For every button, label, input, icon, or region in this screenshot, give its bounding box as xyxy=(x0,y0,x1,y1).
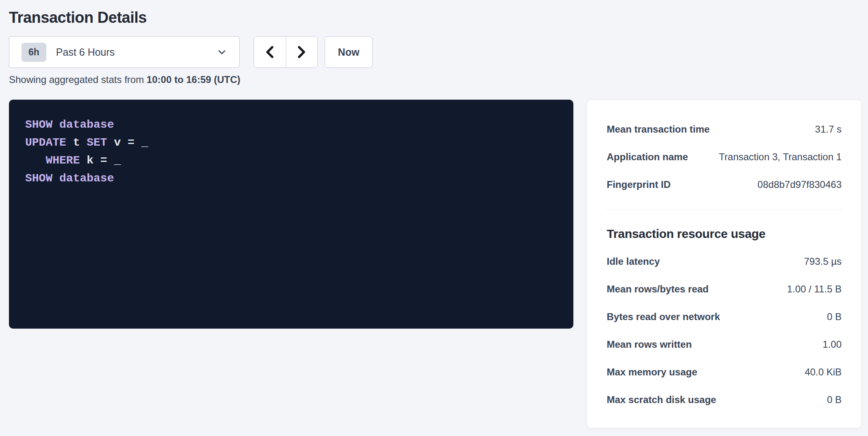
detail-value: 0 B xyxy=(827,311,842,323)
page-title: Transaction Details xyxy=(9,9,147,26)
detail-value: Transaction 3, Transaction 1 xyxy=(719,151,842,163)
now-button[interactable]: Now xyxy=(325,36,373,68)
prev-time-button[interactable] xyxy=(254,37,286,68)
detail-row: Max memory usage 40.0 KiB xyxy=(607,358,842,386)
detail-value: 31.7 s xyxy=(815,124,842,135)
card-divider xyxy=(607,209,842,209)
detail-value: 1.00 xyxy=(822,339,842,350)
details-card: Mean transaction time 31.7 s Application… xyxy=(587,100,861,428)
detail-label: Mean transaction time xyxy=(607,124,710,135)
detail-row: Mean rows written 1.00 xyxy=(607,331,842,358)
chevron-right-icon xyxy=(294,44,309,60)
detail-label: Max memory usage xyxy=(607,366,697,378)
detail-row: Bytes read over network 0 B xyxy=(607,303,842,331)
next-time-button[interactable] xyxy=(286,37,318,68)
summary-rows: Mean transaction time 31.7 s Application… xyxy=(607,116,842,198)
detail-label: Application name xyxy=(607,151,688,163)
time-range-badge: 6h xyxy=(22,43,46,62)
detail-row: Max scratch disk usage 0 B xyxy=(607,386,842,414)
detail-row: Application name Transaction 3, Transact… xyxy=(607,143,842,171)
chevron-left-icon xyxy=(263,44,277,60)
detail-label: Mean rows/bytes read xyxy=(607,283,709,295)
resource-usage-heading: Transaction resource usage xyxy=(607,226,842,242)
detail-label: Bytes read over network xyxy=(607,311,720,323)
detail-label: Max scratch disk usage xyxy=(607,394,716,405)
transaction-details-page: Transaction Details 6h Past 6 Hours xyxy=(0,0,868,436)
detail-row: Fingerprint ID 08d8b7d97f830463 xyxy=(607,171,842,198)
detail-label: Idle latency xyxy=(607,256,660,267)
time-controls: 6h Past 6 Hours xyxy=(9,36,373,68)
time-range-label: Past 6 Hours xyxy=(56,46,115,58)
aggregation-note-prefix: Showing aggregated stats from xyxy=(9,74,147,85)
detail-value: 793.5 µs xyxy=(804,256,842,267)
chevron-down-icon xyxy=(215,45,229,59)
aggregation-note: Showing aggregated stats from 10:00 to 1… xyxy=(9,74,241,85)
time-range-select[interactable]: 6h Past 6 Hours xyxy=(9,36,240,68)
detail-row: Mean transaction time 31.7 s xyxy=(607,116,842,143)
detail-value: 1.00 / 11.5 B xyxy=(787,283,842,295)
detail-row: Mean rows/bytes read 1.00 / 11.5 B xyxy=(607,275,842,303)
detail-row: Idle latency 793.5 µs xyxy=(607,248,842,275)
detail-value: 08d8b7d97f830463 xyxy=(757,179,842,190)
aggregation-note-range: 10:00 to 16:59 (UTC) xyxy=(147,74,241,85)
usage-rows: Idle latency 793.5 µs Mean rows/bytes re… xyxy=(607,248,842,414)
sql-statements-box: SHOW databaseUPDATE t SET v = _ WHERE k … xyxy=(9,100,573,329)
detail-value: 40.0 KiB xyxy=(805,366,842,378)
detail-label: Mean rows written xyxy=(607,339,692,350)
detail-value: 0 B xyxy=(827,394,842,405)
detail-label: Fingerprint ID xyxy=(607,179,671,190)
time-window-pager xyxy=(254,36,318,68)
